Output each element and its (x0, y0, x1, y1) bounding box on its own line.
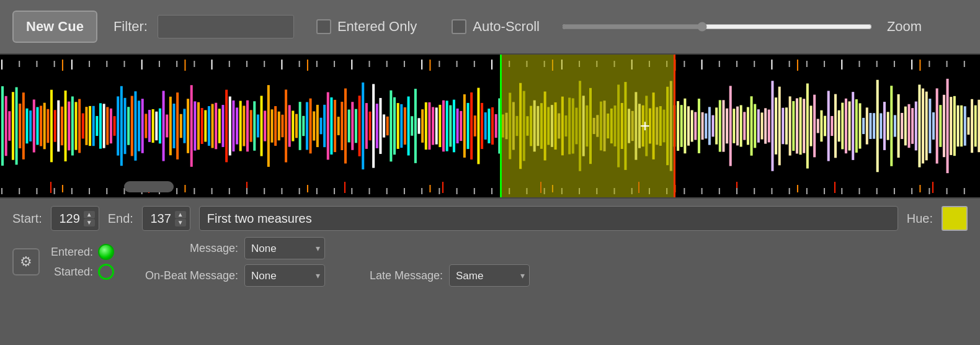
entered-only-group: Entered Only (316, 19, 417, 35)
auto-scroll-group: Auto-Scroll (452, 19, 540, 35)
filter-input[interactable] (158, 15, 294, 38)
filter-label: Filter: (114, 19, 148, 35)
zoom-label: Zoom (887, 19, 922, 35)
end-stepper[interactable]: ▲ ▼ (175, 211, 186, 226)
started-label: Started: (50, 266, 93, 279)
end-input-wrap: 137 ▲ ▼ (142, 206, 190, 231)
gear-button[interactable]: ⚙ (12, 248, 40, 276)
late-label: Late Message: (356, 269, 443, 282)
late-select-wrap: Same None MIDI OSC ▾ (449, 264, 530, 287)
hue-label: Hue: (907, 212, 933, 226)
entered-only-checkbox[interactable] (316, 19, 331, 34)
message-controls: Message: None MIDI OSC ▾ On-Beat Message… (139, 237, 530, 287)
waveform-scrollbar[interactable] (124, 181, 174, 192)
start-up-button[interactable]: ▲ (84, 211, 95, 218)
on-beat-label: On-Beat Message: (139, 269, 238, 282)
message-control-row: Message: None MIDI OSC ▾ (139, 237, 530, 259)
message-label: Message: (139, 242, 238, 255)
new-cue-button[interactable]: New Cue (12, 11, 97, 43)
start-input-wrap: 129 ▲ ▼ (51, 206, 99, 231)
on-beat-select[interactable]: None MIDI OSC (244, 264, 325, 287)
waveform-canvas (0, 55, 980, 197)
started-indicator[interactable] (98, 264, 114, 280)
bottom-panel: Start: 129 ▲ ▼ End: 137 ▲ ▼ Hue: ⚙ Enter… (0, 197, 980, 292)
entered-only-label: Entered Only (337, 19, 417, 35)
auto-scroll-label: Auto-Scroll (473, 19, 540, 35)
cue-details-row: Start: 129 ▲ ▼ End: 137 ▲ ▼ Hue: (12, 206, 968, 231)
message-select[interactable]: None MIDI OSC (244, 237, 325, 259)
late-select[interactable]: Same None MIDI OSC (449, 264, 530, 287)
start-value: 129 (55, 212, 80, 226)
entered-status-row: Entered: (50, 244, 114, 260)
zoom-slider[interactable] (562, 22, 872, 32)
status-column: Entered: Started: (50, 244, 114, 280)
late-message-group: Late Message: Same None MIDI OSC ▾ (356, 264, 530, 287)
entered-indicator[interactable] (98, 244, 114, 260)
start-stepper[interactable]: ▲ ▼ (84, 211, 95, 226)
started-status-row: Started: (50, 264, 114, 280)
message-row: ⚙ Entered: Started: Message: None MIDI O… (12, 237, 968, 287)
cue-name-input[interactable] (199, 206, 898, 231)
end-down-button[interactable]: ▼ (175, 219, 186, 226)
end-label: End: (108, 212, 133, 226)
end-value: 137 (146, 212, 171, 226)
gear-icon: ⚙ (20, 254, 32, 270)
message-select-wrap: None MIDI OSC ▾ (244, 237, 325, 259)
on-beat-control-row: On-Beat Message: None MIDI OSC ▾ Late Me… (139, 264, 530, 287)
waveform-area[interactable]: + First two measures (0, 55, 980, 197)
hue-swatch[interactable] (942, 206, 968, 231)
auto-scroll-checkbox[interactable] (452, 19, 466, 34)
end-up-button[interactable]: ▲ (175, 211, 186, 218)
on-beat-select-wrap: None MIDI OSC ▾ (244, 264, 325, 287)
start-label: Start: (12, 212, 42, 226)
entered-label: Entered: (50, 246, 93, 259)
toolbar: New Cue Filter: Entered Only Auto-Scroll… (0, 0, 980, 55)
start-down-button[interactable]: ▼ (84, 219, 95, 226)
